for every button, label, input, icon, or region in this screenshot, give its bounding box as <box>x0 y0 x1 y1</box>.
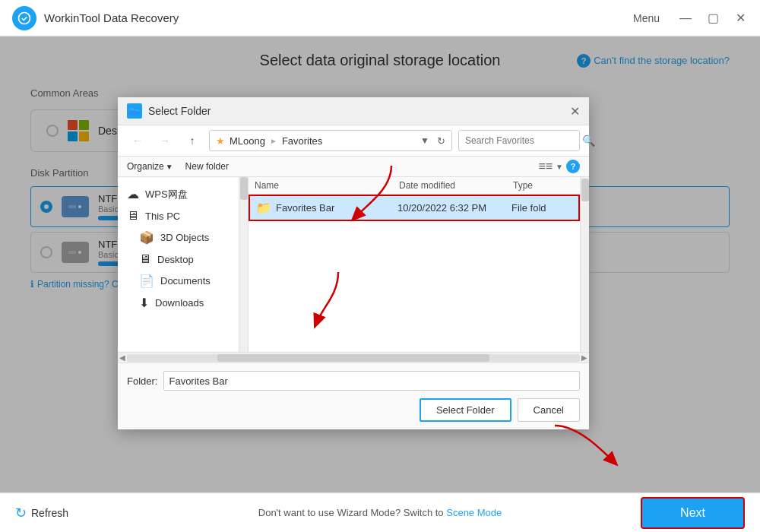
folder-file-icon: 📁 <box>256 201 271 215</box>
select-folder-button[interactable]: Select Folder <box>420 398 511 422</box>
file-type: File fold <box>511 202 572 214</box>
view-list-icon[interactable]: ≡≡ <box>538 160 553 173</box>
organize-label: Organize <box>127 161 164 172</box>
file-name: Favorites Bar <box>276 202 397 214</box>
cancel-button[interactable]: Cancel <box>518 398 580 422</box>
forward-button[interactable]: → <box>154 130 176 151</box>
documents-label: Documents <box>160 275 211 287</box>
downloads-label: Downloads <box>155 297 204 309</box>
sidebar-desktop[interactable]: 🖥 Desktop <box>118 249 239 270</box>
sidebar-thispc[interactable]: 🖥 This PC <box>118 205 239 226</box>
modal-help-icon[interactable]: ? <box>566 160 580 173</box>
main-content: Select data original storage location ? … <box>0 36 760 532</box>
col-name-header: Name <box>255 180 399 191</box>
modal-toolbar: ← → ↑ ★ MLoong ► Favorites ▼ ↻ 🔍 <box>118 125 589 157</box>
sidebar-documents[interactable]: 📄 Documents <box>118 270 239 292</box>
window-controls: Menu — ▢ ✕ <box>633 11 748 26</box>
breadcrumb-sep: ► <box>270 137 277 145</box>
scroll-right-icon[interactable]: ▶ <box>581 353 587 362</box>
organize-button[interactable]: Organize ▼ <box>127 161 173 172</box>
breadcrumb-refresh-icon[interactable]: ↻ <box>437 135 445 147</box>
modal-title-icon <box>127 103 142 119</box>
file-sidebar: ☁ WPS网盘 🖥 This PC 📦 3D Objects 🖥 <box>118 177 239 352</box>
app-logo <box>12 6 36 30</box>
folder-row: Folder: <box>127 371 580 391</box>
modal-titlebar: Select Folder ✕ <box>118 97 589 125</box>
new-folder-label: New folder <box>185 161 229 172</box>
modal-footer: Folder: Select Folder Cancel <box>118 363 589 429</box>
app-title: WorkinTool Data Recovery <box>44 11 633 24</box>
close-button[interactable]: ✕ <box>733 11 748 26</box>
search-input[interactable] <box>465 135 579 146</box>
folder-label: Folder: <box>127 375 157 387</box>
file-date: 10/20/2022 6:32 PM <box>397 202 511 214</box>
switch-text: Don't want to use Wizard Mode? Switch to <box>258 507 444 518</box>
breadcrumb-star-icon: ★ <box>216 135 225 147</box>
col-type-header: Type <box>513 180 574 191</box>
search-bar: 🔍 <box>458 130 580 151</box>
breadcrumb-dropdown-icon[interactable]: ▼ <box>420 135 429 146</box>
bottom-center: Don't want to use Wizard Mode? Switch to… <box>258 507 502 518</box>
sidebar-wps[interactable]: ☁ WPS网盘 <box>118 183 239 205</box>
sidebar-desktop-label: Desktop <box>157 254 194 265</box>
modal-body: ☁ WPS网盘 🖥 This PC 📦 3D Objects 🖥 <box>118 177 589 352</box>
modal-overlay: Select Folder ✕ ← → ↑ ★ MLoong ► Favorit… <box>0 36 760 492</box>
documents-icon: 📄 <box>139 274 154 288</box>
folder-input[interactable] <box>163 371 580 391</box>
menu-label[interactable]: Menu <box>633 12 660 24</box>
wps-label: WPS网盘 <box>145 188 188 201</box>
footer-buttons: Select Folder Cancel <box>127 398 580 422</box>
file-main: Name Date modified Type 📁 Favorites Bar … <box>249 177 580 352</box>
scene-mode-link[interactable]: Scene Mode <box>446 507 502 518</box>
breadcrumb-root: MLoong <box>230 135 265 147</box>
wps-icon: ☁ <box>127 187 139 201</box>
svg-point-0 <box>19 12 30 24</box>
file-table-header: Name Date modified Type <box>249 177 580 195</box>
sidebar-downloads[interactable]: ⬇ Downloads <box>118 292 239 314</box>
3dobjects-label: 3D Objects <box>160 232 209 243</box>
breadcrumb-current: Favorites <box>282 135 322 147</box>
view-controls: ≡≡ ▼ ? <box>538 160 580 173</box>
maximize-button[interactable]: ▢ <box>705 11 720 26</box>
titlebar: WorkinTool Data Recovery Menu — ▢ ✕ <box>0 0 760 36</box>
refresh-icon: ↻ <box>15 505 27 521</box>
up-button[interactable]: ↑ <box>182 130 203 151</box>
view-dropdown-icon[interactable]: ▼ <box>556 163 563 171</box>
breadcrumb-bar[interactable]: ★ MLoong ► Favorites ▼ ↻ <box>209 130 452 151</box>
select-folder-modal: Select Folder ✕ ← → ↑ ★ MLoong ► Favorit… <box>118 97 589 429</box>
refresh-button[interactable]: ↻ Refresh <box>15 505 68 521</box>
thispc-label: This PC <box>145 211 180 222</box>
col-date-header: Date modified <box>399 180 513 191</box>
minimize-button[interactable]: — <box>678 11 693 26</box>
modal-title-left: Select Folder <box>127 103 211 119</box>
sidebar-desktop-icon: 🖥 <box>139 252 151 266</box>
modal-title: Select Folder <box>148 105 211 117</box>
next-button[interactable]: Next <box>641 497 745 529</box>
3dobjects-icon: 📦 <box>139 230 154 245</box>
modal-close-button[interactable]: ✕ <box>570 104 580 119</box>
organize-arrow-icon: ▼ <box>166 163 173 171</box>
thispc-icon: 🖥 <box>127 209 139 223</box>
modal-secondary-toolbar: Organize ▼ New folder ≡≡ ▼ ? <box>118 157 589 177</box>
bottom-bar: ↻ Refresh Don't want to use Wizard Mode?… <box>0 492 760 532</box>
search-icon: 🔍 <box>582 135 595 147</box>
back-button[interactable]: ← <box>127 130 148 151</box>
refresh-label: Refresh <box>31 507 68 519</box>
scroll-left-icon[interactable]: ◀ <box>119 353 125 362</box>
content-area: Select data original storage location ? … <box>0 36 760 492</box>
sidebar-3dobjects[interactable]: 📦 3D Objects <box>118 226 239 249</box>
downloads-icon: ⬇ <box>139 296 149 310</box>
file-row-favorites[interactable]: 📁 Favorites Bar 10/20/2022 6:32 PM File … <box>249 195 580 221</box>
new-folder-button[interactable]: New folder <box>185 161 229 172</box>
